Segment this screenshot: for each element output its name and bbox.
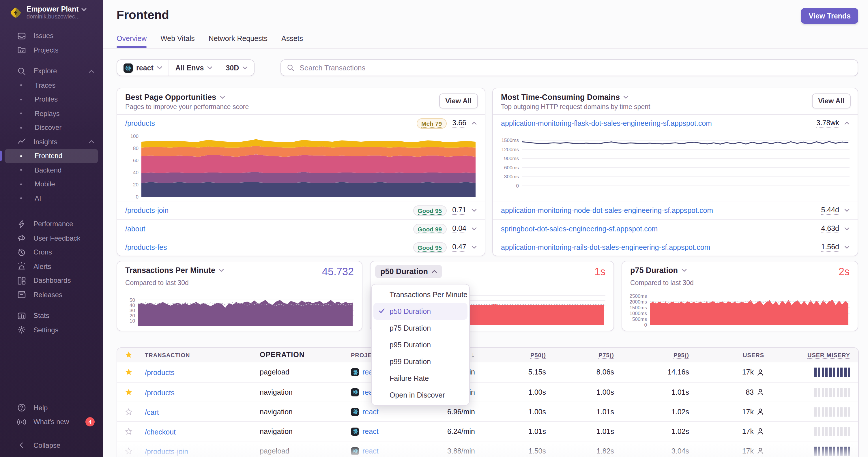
tab-assets[interactable]: Assets <box>281 35 303 48</box>
star-filled-icon[interactable] <box>125 368 133 376</box>
sidebar-item-alerts[interactable]: Alerts <box>5 259 98 273</box>
page-link[interactable]: /products-fes <box>125 243 167 251</box>
sort-descending-icon[interactable]: ↓ <box>471 351 475 359</box>
column-header-transaction[interactable]: TRANSACTION <box>140 352 244 358</box>
date-range-filter[interactable]: 30D <box>219 60 254 75</box>
chevron-up-icon[interactable] <box>471 121 477 125</box>
sidebar-item-label: Traces <box>35 81 55 90</box>
sidebar-item-projects[interactable]: Projects <box>5 43 98 57</box>
p75-chart: 2500ms2000ms1500ms1000ms500ms0 <box>630 293 849 327</box>
domain-link[interactable]: application-monitoring-flask-dot-sales-e… <box>501 119 712 127</box>
menu-item-failure-rate[interactable]: Failure Rate <box>373 370 467 387</box>
sidebar-item-traces[interactable]: Traces <box>5 78 98 92</box>
p75-cell: 8.06s <box>546 368 614 376</box>
search-input[interactable] <box>299 63 852 72</box>
sidebar-item-user-feedback[interactable]: User Feedback <box>5 231 98 245</box>
tpm-metric-selector[interactable]: Transactions Per Minute <box>125 266 224 275</box>
main-content: Frontend View Trends OverviewWeb VitalsN… <box>103 0 868 457</box>
tpm-subtitle: Compared to last 30d <box>117 278 362 286</box>
sidebar-collapse[interactable]: Collapse <box>5 438 98 452</box>
org-switcher[interactable]: Empower Plant dominik.buszowiec... <box>0 0 103 23</box>
star-cell[interactable] <box>117 447 140 455</box>
transaction-link[interactable]: /products-join <box>145 448 188 456</box>
operation-cell: navigation <box>244 388 331 396</box>
chevron-down-icon[interactable] <box>471 208 477 213</box>
star-cell[interactable] <box>117 408 140 416</box>
svg-text:50: 50 <box>130 297 135 303</box>
p95-cell: 3.04s <box>614 447 689 455</box>
p50-metric-selector[interactable]: p50 Duration <box>375 265 442 278</box>
menu-item-p95-duration[interactable]: p95 Duration <box>373 336 467 353</box>
sidebar-item-frontend[interactable]: Frontend <box>5 149 98 163</box>
menu-item-transactions-per-minute[interactable]: Transactions Per Minute <box>373 286 467 303</box>
p75-metric-selector[interactable]: p75 Duration <box>630 266 686 275</box>
sidebar-item-stats[interactable]: Stats <box>5 309 98 323</box>
menu-item-p75-duration[interactable]: p75 Duration <box>373 320 467 336</box>
star-filled-icon[interactable] <box>125 388 133 396</box>
domains-view-all-button[interactable]: View All <box>812 94 851 108</box>
sidebar-item-replays[interactable]: Replays <box>5 106 98 121</box>
tpm-cell: 6.96/min <box>423 408 475 416</box>
tab-overview[interactable]: Overview <box>117 35 147 48</box>
sidebar-item-dashboards[interactable]: Dashboards <box>5 273 98 288</box>
sidebar-item-what-s-new[interactable]: What's new4 <box>5 415 98 429</box>
transaction-link[interactable]: /products <box>145 369 175 377</box>
chevron-down-icon[interactable] <box>844 208 849 213</box>
score-badge: Meh 79 <box>417 118 446 128</box>
project-link[interactable]: react <box>363 427 379 435</box>
sidebar-item-profiles[interactable]: Profiles <box>5 92 98 106</box>
star-cell[interactable] <box>117 427 140 435</box>
chevron-down-icon[interactable] <box>844 227 849 231</box>
star-outline-icon[interactable] <box>125 427 133 435</box>
column-header-users[interactable]: USERS <box>689 352 764 358</box>
whatsnew-icon <box>17 418 26 426</box>
sidebar-item-ai[interactable]: AI <box>5 191 98 205</box>
page-link[interactable]: /about <box>125 225 146 233</box>
transaction-link[interactable]: /products <box>145 389 175 397</box>
star-cell[interactable] <box>117 388 140 396</box>
project-filter[interactable]: react <box>117 60 168 75</box>
sidebar-item-releases[interactable]: Releases <box>5 288 98 302</box>
column-header-p95[interactable]: P95() <box>614 352 689 358</box>
star-outline-icon[interactable] <box>125 447 133 455</box>
sidebar-item-issues[interactable]: Issues <box>5 29 98 43</box>
tab-network-requests[interactable]: Network Requests <box>209 35 268 48</box>
menu-item-p50-duration[interactable]: p50 Duration <box>373 303 467 320</box>
sidebar-item-crons[interactable]: Crons <box>5 245 98 259</box>
domain-link[interactable]: application-monitoring-node-dot-sales-en… <box>501 206 713 215</box>
chevron-down-icon[interactable] <box>844 245 849 249</box>
transaction-link[interactable]: /cart <box>145 408 159 416</box>
menu-item-p99-duration[interactable]: p99 Duration <box>373 353 467 370</box>
project-link[interactable]: react <box>363 447 379 455</box>
column-header-misery[interactable]: USER MISERY <box>764 352 858 358</box>
sidebar-item-help[interactable]: Help <box>5 401 98 415</box>
tab-web-vitals[interactable]: Web Vitals <box>160 35 195 48</box>
sidebar-item-mobile[interactable]: Mobile <box>5 177 98 191</box>
domain-link[interactable]: springboot-dot-sales-engineering-sf.apps… <box>501 225 658 233</box>
page-link[interactable]: /products-join <box>125 206 168 215</box>
sidebar-item-settings[interactable]: Settings <box>5 323 98 337</box>
domain-link[interactable]: application-monitoring-rails-dot-sales-e… <box>501 243 710 251</box>
sidebar-item-explore[interactable]: Explore <box>5 64 98 78</box>
menu-item-open-in-discover[interactable]: Open in Discover <box>373 387 467 403</box>
column-header-p50[interactable]: P50() <box>475 352 546 358</box>
column-header-p75[interactable]: P75() <box>546 352 614 358</box>
environment-filter[interactable]: All Envs <box>168 60 219 75</box>
best-page-opportunities-title[interactable]: Best Page Opportunities <box>125 93 477 102</box>
sidebar-item-backend[interactable]: Backend <box>5 163 98 177</box>
sidebar-item-insights[interactable]: Insights <box>5 135 98 149</box>
star-cell[interactable] <box>117 368 140 376</box>
time-consuming-domains-title[interactable]: Most Time-Consuming Domains <box>501 93 849 102</box>
sidebar-item-performance[interactable]: Performance <box>5 217 98 231</box>
star-outline-icon[interactable] <box>125 408 133 416</box>
chevron-down-icon[interactable] <box>471 245 477 249</box>
best-pages-view-all-button[interactable]: View All <box>439 94 478 108</box>
column-header-operation[interactable]: OPERATION <box>244 351 331 359</box>
sidebar-item-discover[interactable]: Discover <box>5 121 98 135</box>
transaction-link[interactable]: /checkout <box>145 428 176 436</box>
page-link[interactable]: /products <box>125 119 155 127</box>
view-trends-button[interactable]: View Trends <box>801 8 858 24</box>
project-link[interactable]: react <box>363 408 379 416</box>
chevron-up-icon[interactable] <box>844 121 849 125</box>
chevron-down-icon[interactable] <box>471 227 477 231</box>
